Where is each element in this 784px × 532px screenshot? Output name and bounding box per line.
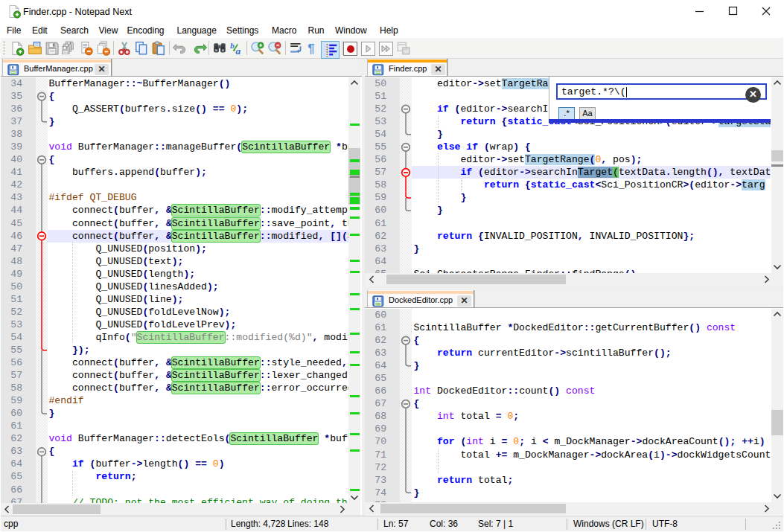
svg-text:b: b	[230, 41, 235, 50]
svg-text:¶: ¶	[307, 41, 314, 55]
